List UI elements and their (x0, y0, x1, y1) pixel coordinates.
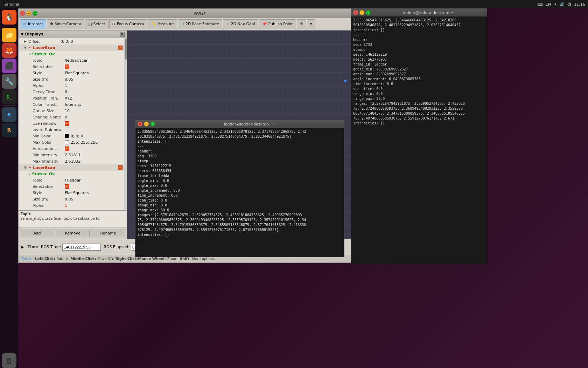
pose-estimate-button[interactable]: → 2D Pose Estimate (178, 19, 223, 29)
terminal-line: 75, 2.4974060058593875, 2.55912780761717… (353, 116, 485, 121)
rviz-titlebar: × − □ RViz* (19, 9, 362, 18)
topic-1-row[interactable]: Topic /leddar/scan (19, 57, 124, 63)
terminal-line: intensities: [] (138, 139, 342, 144)
expand-arrow: ▼ (21, 32, 23, 36)
interact-button[interactable]: ☞ Interact (20, 19, 46, 29)
terminal-line: ranges: [2.5751647942875, 2.529052734375… (138, 213, 342, 218)
bluetooth-icon: ✦ (554, 2, 557, 7)
terminal-line: angle_increment: 0.0490873865783 (353, 77, 485, 82)
max-intensity-1-row: Max Intensity 2.61832 (19, 158, 124, 164)
size-2-row: Size (m) 0.05 (19, 196, 124, 202)
selectable1-check[interactable]: ✓ (65, 64, 69, 69)
terminal-line: 75, 2.372406005859375, 2.369949340820312… (138, 218, 342, 223)
dock-terminal[interactable]: $_ (2, 89, 16, 104)
separator1: | (33, 257, 34, 261)
terminal2-max[interactable]: □ (366, 10, 371, 15)
right-click-label: Right-Click/Mouse Wheel: (115, 257, 166, 261)
dock-rviz2[interactable]: R (2, 123, 16, 137)
tooltip-label: Topic (21, 212, 125, 216)
left-click-action: Rotate. (57, 257, 69, 261)
focus-camera-button[interactable]: ⊙ Focus Camera (109, 19, 147, 29)
terminal-line: nsecs: 562770907 (353, 57, 485, 62)
nav-goal-button[interactable]: → 2D Nav Goal (223, 19, 258, 29)
max-color-1-row: Max Color 255; 255; 255 (19, 139, 124, 145)
max-color1-swatch[interactable] (65, 140, 69, 144)
terminal-line: angle_min: -0.0 (138, 178, 342, 183)
select-icon: □ (88, 22, 92, 26)
terminal-line: --- (353, 33, 485, 38)
dock-rviz[interactable]: R (2, 107, 16, 122)
terminal2-body[interactable]: 2.3355865478515625, 2.346466064453125, 2… (351, 16, 487, 264)
dock-browser[interactable]: 🦊 (2, 43, 16, 58)
scrollbar-thumb[interactable] (125, 39, 127, 60)
desktop: Terminal ⌨ EN ✦ 🔊 ⏻ 11:16 🐧 📁 🦊 ⬛ 🔧 $_ R… (0, 0, 588, 368)
left-panel: ▼ Displays × ▶ Offset 0; 0; 0 (19, 30, 127, 239)
terminal-window-1: × − □ leddar@leddar-desktop: ~ 2.3355865… (135, 120, 344, 257)
selectable-1-row: Selectable ✓ (19, 63, 124, 70)
system-bar-title: Terminal (3, 2, 19, 7)
terminal-line: 75, 2.372406005859375, 2.369949340820312… (353, 106, 485, 111)
add-btn[interactable]: ✛ (297, 19, 306, 29)
laser-scan-2-header[interactable]: ▼ ~ LaserScan ✓ (19, 164, 124, 171)
time-expand[interactable]: ▶ (21, 245, 24, 249)
panel-scrollbar[interactable] (124, 38, 127, 210)
terminal-line: scan_time: 0.0 (138, 198, 342, 203)
terminal-line: range_max: 50.0 (353, 96, 485, 101)
dock-trash[interactable]: 🗑 (2, 353, 16, 368)
dock-settings[interactable]: 🔧 (2, 74, 16, 89)
rename-button[interactable]: Rename (91, 229, 125, 237)
terminal1-close[interactable]: × (138, 122, 142, 127)
dock-files[interactable]: 📁 (2, 28, 16, 42)
terminal1-body[interactable]: 2.3355865478515625, 2.346466064453125, 2… (135, 128, 344, 257)
color-transform-1-row: Color Transf... Intensity (19, 101, 124, 108)
dock-divider2 (3, 105, 15, 106)
laser-scan-1-header[interactable]: ▼ ~ LaserScan ✓ (19, 45, 124, 51)
publish-point-button[interactable]: 📌 Publish Point (259, 19, 296, 29)
displays-header: ▼ Displays × (19, 30, 127, 38)
scan-dot (344, 80, 346, 82)
power-icon: ⏻ (567, 2, 571, 7)
min-color1-swatch[interactable] (65, 134, 69, 138)
terminal2-min[interactable]: − (359, 10, 364, 15)
terminal-line: time_increment: 0.0 (138, 193, 342, 198)
status-ok-2: ✓ Status: Ok (19, 171, 124, 177)
offset-row: ▶ Offset 0; 0; 0 (19, 38, 124, 45)
maximize-button[interactable]: □ (33, 11, 37, 16)
terminal-line: secs: 1461122219 (353, 52, 485, 57)
channel-name-1-row: Channel Name x (19, 114, 124, 120)
laser1-enabled[interactable]: ✓ (118, 46, 122, 50)
use-rainbow1-check[interactable]: ✓ (65, 121, 69, 126)
select-button[interactable]: □ Select (85, 19, 108, 29)
minimize-button[interactable]: − (26, 11, 31, 16)
dropdown-btn[interactable]: ▾ (307, 19, 315, 29)
dock-apps[interactable]: ⬛ (2, 59, 16, 73)
autocompute1-check[interactable]: ✓ (65, 146, 69, 151)
terminal-line: --- (138, 144, 342, 149)
measure-button[interactable]: 📏 Measure (148, 19, 177, 29)
reset-link[interactable]: Reset (21, 257, 31, 261)
panel-close-button[interactable]: × (120, 32, 125, 37)
window-title: RViz* (39, 11, 361, 16)
dock-divider (3, 26, 15, 26)
style-2-row: Style Flat Squares (19, 190, 124, 196)
invert-rainbow1-check[interactable] (65, 128, 69, 132)
remove-button[interactable]: Remove (56, 229, 90, 237)
offset-arrow: ▶ (24, 40, 28, 43)
close-button[interactable]: × (20, 11, 25, 16)
keyboard-icon: ⌨ (537, 2, 543, 7)
ros-time-input[interactable] (62, 244, 101, 251)
add-button[interactable]: Add (20, 229, 54, 237)
terminal1-max[interactable]: □ (150, 122, 155, 127)
move-camera-button[interactable]: ✥ Move Camera (47, 19, 84, 29)
topic-2-row[interactable]: Topic /Tleddar (19, 177, 124, 183)
publish-icon: 📌 (262, 22, 267, 26)
interact-icon: ☞ (23, 22, 27, 26)
panel-bottom: Topic sensor_msgs/LaserScan topic to sub… (19, 210, 127, 239)
laser2-enabled[interactable]: ✓ (118, 165, 122, 170)
terminal2-close[interactable]: × (353, 10, 358, 15)
selectable2-check[interactable]: ✓ (65, 184, 69, 189)
terminal1-min[interactable]: − (144, 122, 149, 127)
terminal-line: range_min: 0.0 (138, 203, 342, 208)
dock-ubuntu[interactable]: 🐧 (2, 10, 16, 25)
pos-transform-1-row: Position Tran... XYZ (19, 95, 124, 101)
